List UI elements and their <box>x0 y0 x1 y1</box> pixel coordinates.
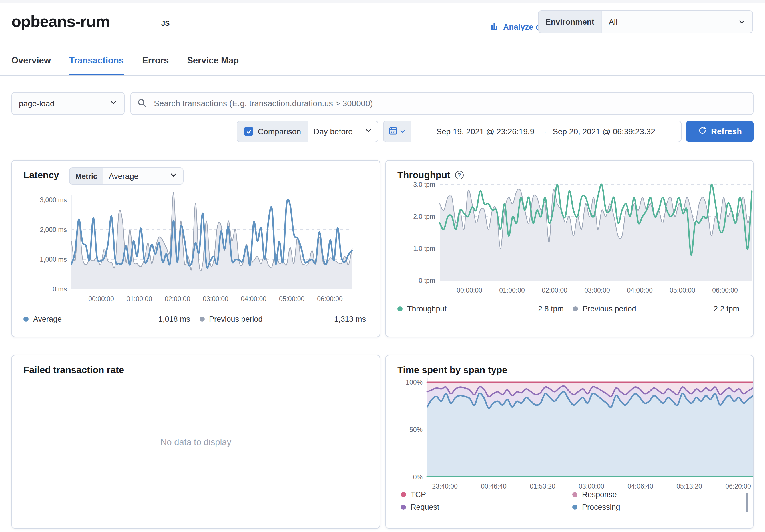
legend-dot <box>572 492 577 497</box>
apm-transactions-page: opbeans-rum JS Analyze data Environment … <box>0 0 765 532</box>
legend-dot <box>401 492 406 497</box>
date-range-picker[interactable]: Sep 19, 2021 @ 23:26:19.9 → Sep 20, 2021… <box>383 121 681 142</box>
service-tabs: Overview Transactions Errors Service Map <box>11 55 239 76</box>
svg-text:04:00:00: 04:00:00 <box>241 295 267 303</box>
search-icon <box>137 98 147 110</box>
tab-service-map[interactable]: Service Map <box>187 55 239 76</box>
charts-row-2: Failed transaction rate No data to displ… <box>11 355 754 529</box>
header-divider <box>0 76 765 76</box>
svg-text:00:00:00: 00:00:00 <box>456 287 482 294</box>
svg-text:06:00:00: 06:00:00 <box>712 287 738 294</box>
throughput-panel: Throughput ? 3.0 tpm2.0 tpm1.0 tpm0 tpm0… <box>385 160 754 337</box>
calendar-section[interactable] <box>383 121 410 142</box>
no-data-message: No data to display <box>12 437 380 447</box>
legend-item-average[interactable]: Average 1,018 ms <box>23 315 192 324</box>
bar-chart-icon <box>490 22 499 32</box>
svg-text:03:00:00: 03:00:00 <box>584 287 610 294</box>
legend-dot <box>573 306 578 311</box>
search-transactions <box>130 92 754 115</box>
time-controls-row: Comparison Day before Sep 19, 2021 @ 23:… <box>11 121 754 142</box>
svg-text:02:00:00: 02:00:00 <box>165 295 190 303</box>
svg-text:50%: 50% <box>409 426 422 433</box>
svg-text:05:13:20: 05:13:20 <box>676 483 702 490</box>
tab-overview[interactable]: Overview <box>11 55 51 76</box>
svg-text:0 tpm: 0 tpm <box>418 277 435 284</box>
svg-text:0 ms: 0 ms <box>53 285 67 293</box>
failed-transaction-rate-panel: Failed transaction rate No data to displ… <box>11 355 380 529</box>
comparison-checkbox-label[interactable]: Comparison <box>237 121 308 142</box>
svg-text:02:00:00: 02:00:00 <box>542 287 567 294</box>
environment-label: Environment <box>538 11 602 33</box>
arrow-right-icon: → <box>539 127 547 136</box>
refresh-button[interactable]: Refresh <box>686 121 754 142</box>
latency-chart: 3,000 ms2,000 ms1,000 ms0 ms00:00:0001:0… <box>12 160 380 337</box>
environment-value: All <box>602 11 738 33</box>
page-header: opbeans-rum JS Analyze data Environment … <box>0 0 765 76</box>
legend-item-processing[interactable]: Processing <box>572 503 744 511</box>
filters-row: page-load <box>11 92 754 115</box>
svg-text:1,000 ms: 1,000 ms <box>40 256 67 263</box>
tab-transactions[interactable]: Transactions <box>69 55 124 76</box>
refresh-icon <box>698 126 706 136</box>
comparison-group: Comparison Day before <box>237 121 379 142</box>
svg-text:0%: 0% <box>413 473 422 481</box>
transaction-type-select[interactable]: page-load <box>11 92 125 115</box>
svg-text:3.0 tpm: 3.0 tpm <box>413 181 435 188</box>
legend-scrollbar[interactable] <box>746 493 748 512</box>
svg-text:00:00:00: 00:00:00 <box>88 295 114 303</box>
failed-transaction-rate-title: Failed transaction rate <box>23 365 124 376</box>
legend-dot <box>401 505 406 510</box>
svg-text:100%: 100% <box>405 379 422 386</box>
svg-text:01:00:00: 01:00:00 <box>127 295 152 303</box>
svg-text:05:00:00: 05:00:00 <box>279 295 305 303</box>
latency-legend: Average 1,018 ms Previous period 1,313 m… <box>23 315 368 324</box>
date-range-values: Sep 19, 2021 @ 23:26:19.9 → Sep 20, 2021… <box>410 121 681 142</box>
throughput-legend: Throughput 2.8 tpm Previous period 2.2 t… <box>397 305 742 313</box>
chevron-down-icon <box>365 127 372 136</box>
svg-text:03:00:00: 03:00:00 <box>579 483 604 490</box>
chevron-down-icon <box>110 99 117 108</box>
svg-text:2,000 ms: 2,000 ms <box>40 226 67 233</box>
svg-text:2.0 tpm: 2.0 tpm <box>413 213 435 220</box>
charts-row-1: Latency Metric Average 3,000 ms2,000 ms1… <box>11 160 754 337</box>
legend-dot <box>23 317 29 322</box>
tab-errors[interactable]: Errors <box>142 55 169 76</box>
svg-text:04:00:00: 04:00:00 <box>627 287 653 294</box>
legend-dot <box>397 306 402 311</box>
legend-item-tcp[interactable]: TCP <box>401 490 572 499</box>
latency-panel: Latency Metric Average 3,000 ms2,000 ms1… <box>11 160 380 337</box>
svg-text:01:00:00: 01:00:00 <box>499 287 525 294</box>
svg-text:00:46:40: 00:46:40 <box>481 483 506 490</box>
legend-dot <box>199 317 204 322</box>
legend-item-request[interactable]: Request <box>401 503 572 511</box>
svg-text:3,000 ms: 3,000 ms <box>40 196 67 204</box>
date-start[interactable]: Sep 19, 2021 @ 23:26:19.9 <box>436 127 534 136</box>
time-spent-by-span-type-panel: Time spent by span type 100%50%0%23:40:0… <box>385 355 754 529</box>
legend-dot <box>572 505 577 510</box>
svg-text:05:00:00: 05:00:00 <box>669 287 695 294</box>
js-agent-icon: JS <box>161 19 170 27</box>
legend-item-previous-period[interactable]: Previous period 2.2 tpm <box>573 305 742 313</box>
search-input[interactable] <box>130 92 754 115</box>
span-type-legend: TCP Response Request Processing <box>401 490 744 511</box>
environment-select[interactable]: Environment All <box>538 10 753 33</box>
legend-item-response[interactable]: Response <box>572 490 744 499</box>
legend-item-throughput[interactable]: Throughput 2.8 tpm <box>397 305 566 313</box>
svg-text:01:53:20: 01:53:20 <box>530 483 555 490</box>
comparison-checkbox[interactable] <box>244 127 253 136</box>
svg-text:06:20:00: 06:20:00 <box>725 483 751 490</box>
page-title: opbeans-rum <box>11 13 110 31</box>
svg-text:1.0 tpm: 1.0 tpm <box>413 245 435 252</box>
comparison-period-select[interactable]: Day before <box>308 121 378 142</box>
legend-item-previous-period[interactable]: Previous period 1,313 ms <box>199 315 368 324</box>
svg-text:04:06:40: 04:06:40 <box>627 483 653 490</box>
chevron-down-icon <box>399 126 405 136</box>
svg-text:06:00:00: 06:00:00 <box>317 295 343 303</box>
chevron-down-icon <box>738 11 752 33</box>
calendar-icon <box>389 126 397 137</box>
svg-text:23:40:00: 23:40:00 <box>432 483 458 490</box>
svg-text:03:00:00: 03:00:00 <box>203 295 229 303</box>
date-end[interactable]: Sep 20, 2021 @ 06:39:23.32 <box>553 127 655 136</box>
